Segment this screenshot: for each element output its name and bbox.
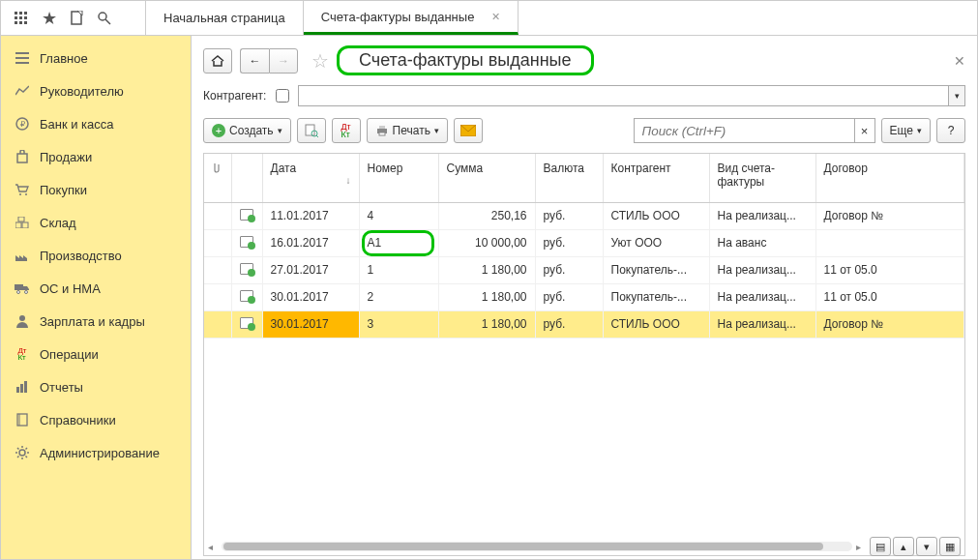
svg-rect-6 [15,21,17,24]
col-party[interactable]: Контрагент [603,154,709,202]
svg-point-17 [19,193,21,195]
sidebar-item-label: Покупки [40,183,87,197]
table-row[interactable]: 30.01.201721 180,00руб.Покупатель-...На … [204,283,964,310]
cell-number: 3 [359,310,438,338]
svg-rect-7 [19,21,22,24]
col-date[interactable]: Дата↓ [262,154,359,202]
search-input[interactable] [634,118,854,143]
favorite-icon[interactable]: ☆ [311,49,329,73]
cell-kind: На реализац... [709,202,815,229]
cell-date: 11.01.2017 [262,202,359,229]
party-filter-dropdown[interactable]: ▾ [948,85,965,106]
search-icon[interactable] [98,12,111,25]
sidebar-item-1[interactable]: Руководителю [1,74,191,107]
party-filter: ▾ [298,85,965,106]
cell-party: Покупатель-... [603,283,709,310]
sidebar-item-8[interactable]: Зарплата и кадры [1,305,191,338]
help-button[interactable]: ? [936,118,965,143]
back-button[interactable]: ← [240,48,269,74]
document-icon [240,236,253,248]
svg-rect-8 [24,21,27,24]
col-number[interactable]: Номер [359,154,438,202]
home-button[interactable] [203,48,232,74]
table-row[interactable]: 27.01.201711 180,00руб.Покупатель-...На … [204,256,964,283]
table-row[interactable]: 30.01.201731 180,00руб.СТИЛЬ ОООНа реали… [204,310,964,338]
cell-date: 16.01.2017 [262,229,359,256]
plus-icon: + [212,124,225,137]
sidebar-item-7[interactable]: ОС и НМА [1,272,191,305]
more-button[interactable]: Еще ▾ [881,118,931,143]
tab-close-icon[interactable]: ✕ [491,11,500,23]
forward-button[interactable]: → [269,48,298,74]
dtct-button[interactable]: ДтКт [332,118,361,143]
cell-date: 27.01.2017 [262,256,359,283]
svg-rect-19 [15,222,21,228]
sidebar-item-11[interactable]: Справочники [1,403,191,436]
table-row[interactable]: 16.01.2017А110 000,00руб.Уют ОООНа аванс [204,229,964,256]
sidebar-item-label: Справочники [40,413,116,427]
party-filter-input[interactable] [298,85,948,106]
history-icon[interactable] [71,11,84,26]
svg-rect-1 [19,12,22,15]
col-currency[interactable]: Валюта [535,154,603,202]
document-icon [240,290,253,302]
scroll-left-icon[interactable]: ◂ [208,542,218,552]
search-box: × [634,118,875,143]
col-kind[interactable]: Вид счета-фактуры [709,154,815,202]
col-icon[interactable] [231,154,262,202]
scroll-right-icon[interactable]: ▸ [856,542,866,552]
col-sum[interactable]: Сумма [438,154,535,202]
svg-point-23 [17,291,20,294]
svg-rect-26 [16,387,19,393]
next-row-button[interactable]: ▾ [916,537,937,556]
create-button[interactable]: + Создать ▾ [203,118,291,143]
find-by-number-button[interactable] [297,118,326,143]
document-icon [240,209,253,221]
toolbar: + Создать ▾ ДтКт Печать ▾ × [192,114,977,153]
tab-home-label: Начальная страница [163,11,285,25]
tab-active[interactable]: Счета-фактуры выданные ✕ [304,1,519,35]
sidebar-item-label: Администрирование [40,446,160,460]
cell-currency: руб. [535,229,603,256]
sidebar-item-label: Отчеты [40,380,83,395]
svg-rect-2 [24,12,27,15]
first-row-button[interactable]: ▤ [870,537,891,556]
top-bar: ★ Начальная страница Счета-фактуры выдан… [1,1,977,36]
search-clear-button[interactable]: × [854,118,875,143]
sidebar-item-10[interactable]: Отчеты [1,370,191,403]
sidebar-item-4[interactable]: Покупки [1,173,191,206]
page-title: Счета-фактуры выданные [337,45,594,75]
close-page-button[interactable]: ✕ [954,53,965,69]
sidebar-item-5[interactable]: Склад [1,206,191,239]
create-label: Создать [229,124,274,137]
tab-home[interactable]: Начальная страница [146,1,304,35]
filter-checkbox[interactable] [276,89,289,103]
star-icon[interactable]: ★ [42,8,57,29]
prev-row-button[interactable]: ▴ [893,537,914,556]
col-contract[interactable]: Договор [815,154,964,202]
horizontal-scrollbar[interactable]: ◂ ▸ ▤ ▴ ▾ ▦ [204,538,964,555]
svg-point-24 [25,291,28,294]
last-row-button[interactable]: ▦ [939,537,961,556]
cell-icon [231,256,262,283]
print-button[interactable]: Печать ▾ [367,118,448,143]
sidebar-item-12[interactable]: Администрирование [1,436,191,469]
chevron-down-icon: ▾ [278,126,282,135]
document-icon [240,317,253,329]
sidebar-item-0[interactable]: Главное [1,42,191,74]
mail-button[interactable] [454,118,483,143]
sidebar-item-6[interactable]: Производство [1,239,191,272]
filter-row: Контрагент: ▾ [192,81,977,114]
row-nav: ▤ ▴ ▾ ▦ [870,537,961,556]
svg-rect-40 [306,125,314,135]
apps-icon[interactable] [15,12,28,25]
sidebar-item-9[interactable]: ДтКтОперации [1,338,191,370]
table-row[interactable]: 11.01.20174250,16руб.СТИЛЬ ОООНа реализа… [204,202,964,229]
cell-contract [815,229,964,256]
col-clip[interactable] [204,154,231,202]
sidebar-item-3[interactable]: Продажи [1,140,191,173]
cell-icon [231,202,262,229]
sidebar-item-2[interactable]: ₽Банк и касса [1,107,191,140]
sidebar-item-label: Продажи [40,150,92,164]
cell-currency: руб. [535,202,603,229]
